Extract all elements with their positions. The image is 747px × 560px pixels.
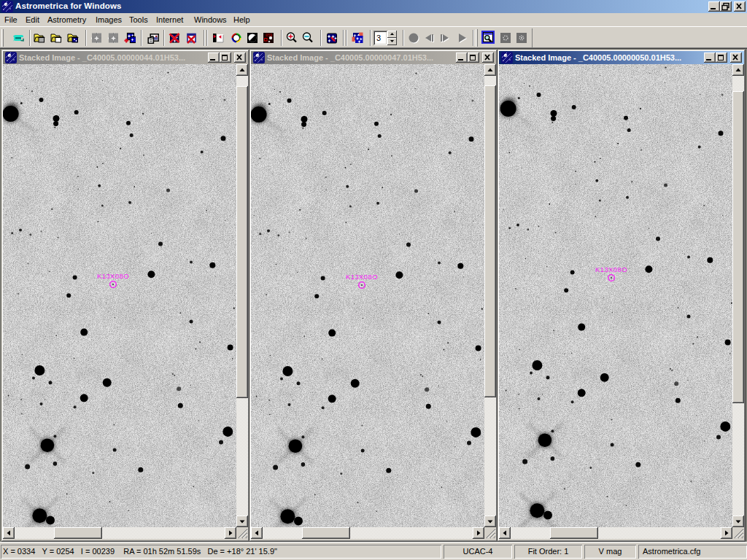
svg-text:K13X08O: K13X08O xyxy=(346,273,378,281)
svg-text:K13X08O: K13X08O xyxy=(595,265,627,273)
svg-text:K13X08O: K13X08O xyxy=(97,272,129,280)
